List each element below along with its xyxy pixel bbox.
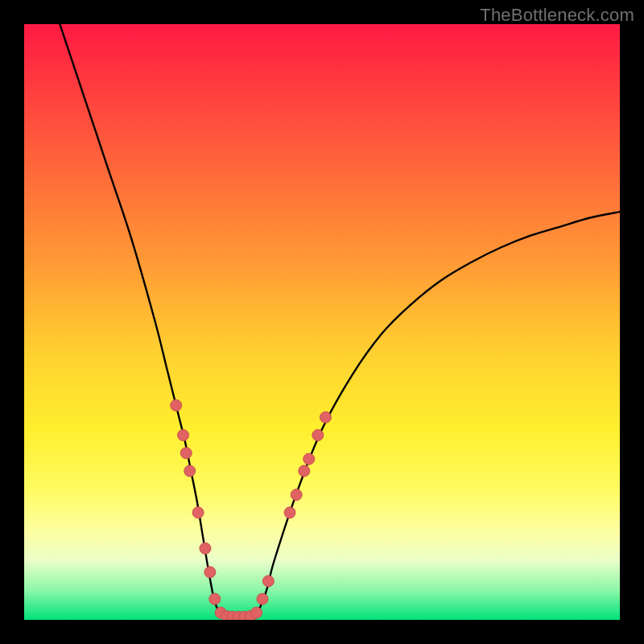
data-marker bbox=[284, 507, 295, 518]
data-marker bbox=[209, 593, 221, 605]
data-marker bbox=[184, 465, 196, 477]
chart-svg bbox=[24, 24, 620, 620]
chart-plot-area bbox=[24, 24, 620, 620]
data-marker bbox=[299, 465, 310, 477]
data-marker bbox=[257, 593, 268, 605]
data-marker bbox=[171, 400, 182, 411]
marker-group bbox=[171, 400, 332, 620]
data-marker bbox=[204, 567, 216, 578]
data-marker bbox=[303, 453, 315, 464]
data-marker bbox=[320, 411, 331, 423]
watermark-text: TheBottleneck.com bbox=[480, 5, 634, 26]
data-marker bbox=[262, 576, 274, 587]
data-marker bbox=[291, 489, 302, 501]
bottleneck-curve bbox=[60, 24, 620, 620]
data-marker bbox=[312, 430, 324, 441]
data-marker bbox=[192, 507, 204, 518]
data-marker bbox=[200, 543, 211, 554]
data-marker bbox=[180, 448, 192, 459]
data-marker bbox=[178, 430, 189, 441]
chart-frame: TheBottleneck.com bbox=[0, 0, 644, 644]
data-marker bbox=[251, 607, 262, 618]
